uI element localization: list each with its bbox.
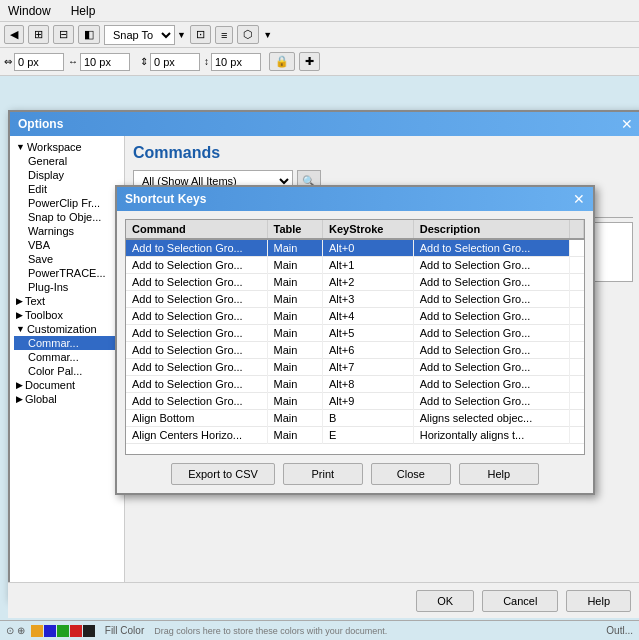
shortcut-table-container[interactable]: Command Table KeyStroke Description Add … <box>125 219 585 455</box>
table-header-row: Command Table KeyStroke Description <box>126 220 584 239</box>
ok-btn[interactable]: OK <box>416 590 474 612</box>
options-title: Options <box>18 117 63 131</box>
tree-general[interactable]: General <box>14 154 120 168</box>
table-row[interactable]: Add to Selection Gro...MainAlt+1Add to S… <box>126 257 584 274</box>
shortcut-close-btn[interactable]: ✕ <box>573 192 585 206</box>
fill-color-label: Fill Color <box>105 625 144 636</box>
tree-workspace[interactable]: ▼ Workspace <box>14 140 120 154</box>
table-row[interactable]: Add to Selection Gro...MainAlt+5Add to S… <box>126 325 584 342</box>
options-close-btn[interactable]: ✕ <box>621 117 633 131</box>
toolbar-row-2: ⇔ 0 px ↔ 10 px ⇕ 0 px ↕ 10 px 🔒 ✚ <box>0 48 639 76</box>
help-btn[interactable]: Help <box>459 463 539 485</box>
swatch-red[interactable] <box>70 625 82 637</box>
table-row[interactable]: Add to Selection Gro...MainAlt+7Add to S… <box>126 359 584 376</box>
tree-plugins[interactable]: Plug-Ins <box>14 280 120 294</box>
snap-icon[interactable]: ⊡ <box>190 25 211 44</box>
table-row[interactable]: Align Centers Horizo...MainEHorizontally… <box>126 427 584 444</box>
table-row[interactable]: Add to Selection Gro...MainAlt+0Add to S… <box>126 239 584 257</box>
toolbar-btn-3[interactable]: ⊟ <box>53 25 74 44</box>
status-bar: ⊙ ⊕ Fill Color Drag colors here to store… <box>0 620 639 640</box>
toolbar-btn-1[interactable]: ◀ <box>4 25 24 44</box>
export-csv-btn[interactable]: Export to CSV <box>171 463 275 485</box>
global-expander[interactable]: ▶ <box>16 394 23 404</box>
options-title-bar: Options ✕ <box>10 112 639 136</box>
table-row[interactable]: Add to Selection Gro...MainAlt+4Add to S… <box>126 308 584 325</box>
menu-window[interactable]: Window <box>4 2 55 20</box>
height-input[interactable]: 10 px <box>211 53 261 71</box>
tree-warnings[interactable]: Warnings <box>14 224 120 238</box>
apply-btn[interactable]: ✚ <box>299 52 320 71</box>
shortcut-table: Command Table KeyStroke Description Add … <box>126 220 584 444</box>
swatch-green[interactable] <box>57 625 69 637</box>
x-field: ⇔ 0 px ↔ 10 px <box>4 53 130 71</box>
col-keystroke: KeyStroke <box>323 220 414 239</box>
x-arrows: ⇔ <box>4 56 12 67</box>
tree-powertrace[interactable]: PowerTRACE... <box>14 266 120 280</box>
y-arrows: ⇕ <box>140 56 148 67</box>
table-row[interactable]: Add to Selection Gro...MainAlt+3Add to S… <box>126 291 584 308</box>
lock-btn[interactable]: 🔒 <box>269 52 295 71</box>
snap-to-dropdown[interactable]: Snap To <box>104 25 175 45</box>
col-table: Table <box>267 220 322 239</box>
menu-bar: Window Help <box>0 0 639 22</box>
tree-save[interactable]: Save <box>14 252 120 266</box>
tree-commands-1[interactable]: Commar... <box>14 336 120 350</box>
status-icons: ⊙ ⊕ <box>6 625 25 636</box>
color-swatches <box>31 625 95 637</box>
tree-colorpal[interactable]: Color Pal... <box>14 364 120 378</box>
tree-document[interactable]: ▶ Document <box>14 378 120 392</box>
col-scroll <box>569 220 583 239</box>
tree-panel: ▼ Workspace General Display Edit PowerCl… <box>10 136 125 598</box>
table-row[interactable]: Add to Selection Gro...MainAlt+8Add to S… <box>126 376 584 393</box>
toolbox-expander[interactable]: ▶ <box>16 310 23 320</box>
col-description: Description <box>413 220 569 239</box>
y-field: ⇕ 0 px ↕ 10 px <box>140 53 261 71</box>
customization-expander[interactable]: ▼ <box>16 324 25 334</box>
status-right-icons: Outl... <box>606 625 633 636</box>
table-row[interactable]: Add to Selection Gro...MainAlt+2Add to S… <box>126 274 584 291</box>
swatch-orange[interactable] <box>31 625 43 637</box>
shortcut-buttons: Export to CSV Print Close Help <box>125 463 585 485</box>
tree-display[interactable]: Display <box>14 168 120 182</box>
help-main-btn[interactable]: Help <box>566 590 631 612</box>
swatch-black[interactable] <box>83 625 95 637</box>
shortcut-title: Shortcut Keys <box>125 192 206 206</box>
close-btn[interactable]: Close <box>371 463 451 485</box>
y-input[interactable]: 0 px <box>150 53 200 71</box>
transform-icon[interactable]: ⬡ <box>237 25 259 44</box>
toolbar-btn-4[interactable]: ◧ <box>78 25 100 44</box>
x-input[interactable]: 0 px <box>14 53 64 71</box>
options-bottom-buttons: OK Cancel Help <box>8 582 639 618</box>
status-hint: Drag colors here to store these colors w… <box>154 626 387 636</box>
tree-snap[interactable]: Snap to Obje... <box>14 210 120 224</box>
shortcut-title-bar: Shortcut Keys ✕ <box>117 187 593 211</box>
menu-help[interactable]: Help <box>67 2 100 20</box>
align-icon[interactable]: ≡ <box>215 26 233 44</box>
toolbar-btn-2[interactable]: ⊞ <box>28 25 49 44</box>
tree-vba[interactable]: VBA <box>14 238 120 252</box>
table-row[interactable]: Add to Selection Gro...MainAlt+6Add to S… <box>126 342 584 359</box>
width-input[interactable]: 10 px <box>80 53 130 71</box>
tree-customization[interactable]: ▼ Customization <box>14 322 120 336</box>
commands-title: Commands <box>133 144 633 162</box>
print-btn[interactable]: Print <box>283 463 363 485</box>
y-size-label: ↕ <box>204 56 209 67</box>
toolbar-row-1: ◀ ⊞ ⊟ ◧ Snap To ▼ ⊡ ≡ ⬡ ▼ <box>0 22 639 48</box>
shortcut-content: Command Table KeyStroke Description Add … <box>117 211 593 493</box>
tree-edit[interactable]: Edit <box>14 182 120 196</box>
tree-commands-2[interactable]: Commar... <box>14 350 120 364</box>
workspace-expander[interactable]: ▼ <box>16 142 25 152</box>
cancel-btn[interactable]: Cancel <box>482 590 558 612</box>
col-command: Command <box>126 220 267 239</box>
text-expander[interactable]: ▶ <box>16 296 23 306</box>
table-row[interactable]: Add to Selection Gro...MainAlt+9Add to S… <box>126 393 584 410</box>
tree-text[interactable]: ▶ Text <box>14 294 120 308</box>
dropdown-arrow[interactable]: ▼ <box>263 30 272 40</box>
shortcut-dialog: Shortcut Keys ✕ Command Table KeyStroke … <box>115 185 595 495</box>
tree-toolbox[interactable]: ▶ Toolbox <box>14 308 120 322</box>
tree-global[interactable]: ▶ Global <box>14 392 120 406</box>
table-row[interactable]: Align BottomMainBAligns selected objec..… <box>126 410 584 427</box>
swatch-blue[interactable] <box>44 625 56 637</box>
tree-powerclip[interactable]: PowerClip Fr... <box>14 196 120 210</box>
document-expander[interactable]: ▶ <box>16 380 23 390</box>
